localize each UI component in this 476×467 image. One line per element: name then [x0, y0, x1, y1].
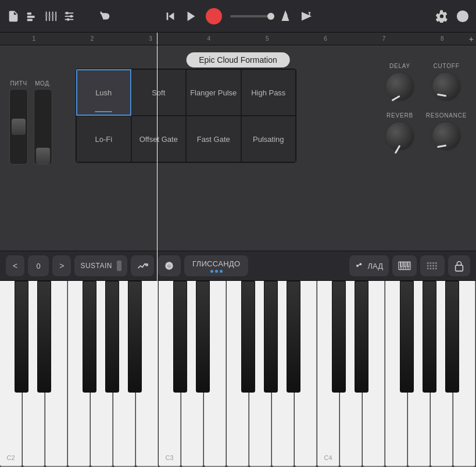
metronome-icon[interactable]: [279, 10, 292, 23]
tracks-icon[interactable]: [26, 10, 38, 23]
svg-rect-9: [52, 13, 54, 15]
ruler-mark-4: 4: [180, 35, 238, 42]
toolbar-center-section: [164, 8, 313, 24]
tempo-icon[interactable]: [300, 10, 313, 23]
svg-rect-5: [52, 11, 53, 21]
sustain-button[interactable]: SUSTAIN: [74, 255, 127, 276]
piano-keyboard[interactable]: C2C3C4: [0, 281, 476, 467]
pad-pulsating[interactable]: Pulsating: [241, 116, 296, 162]
pad-fast-gate[interactable]: Fast Gate: [186, 116, 241, 162]
left-sliders: ПИТЧ МОД.: [9, 80, 52, 165]
ruler-mark-3: 3: [121, 35, 180, 42]
main-content-area: Epic Cloud Formation ПИТЧ МОД. Lush Soft…: [0, 45, 476, 467]
pad-lo-fi[interactable]: Lo-Fi: [76, 116, 131, 162]
ruler-mark-8: 8: [413, 35, 471, 42]
reverb-knob-group: REVERB: [380, 112, 420, 151]
pitch-thumb: [12, 119, 26, 135]
svg-rect-7: [45, 14, 48, 16]
arpeggio-button[interactable]: [131, 255, 154, 276]
black-key[interactable]: [287, 281, 300, 393]
svg-rect-8: [48, 16, 51, 18]
black-key[interactable]: [241, 281, 255, 393]
reverb-label: REVERB: [386, 112, 413, 119]
play-button[interactable]: [185, 10, 198, 23]
black-key[interactable]: [332, 281, 345, 393]
svg-rect-3: [46, 11, 47, 21]
piano-note-label: C4: [324, 454, 332, 461]
black-key[interactable]: [423, 281, 436, 393]
pad-flanger-pulse[interactable]: Flanger Pulse: [186, 69, 241, 116]
mod-slider-group: МОД.: [34, 80, 52, 165]
undo-icon[interactable]: [99, 10, 112, 23]
cutoff-knob[interactable]: [431, 72, 461, 102]
svg-point-48: [430, 265, 431, 266]
black-key[interactable]: [105, 281, 119, 393]
scale-button[interactable]: ЛАД: [349, 255, 389, 276]
pad-offset-gate[interactable]: Offset Gate: [131, 116, 187, 162]
svg-rect-42: [407, 262, 409, 266]
svg-rect-0: [27, 12, 31, 15]
glissando-button[interactable]: ГЛИССАНДО: [184, 255, 248, 276]
rewind-button[interactable]: [164, 10, 177, 23]
svg-point-49: [432, 265, 434, 266]
reverb-knob[interactable]: [385, 121, 415, 151]
svg-marker-17: [169, 12, 174, 20]
volume-slider[interactable]: [230, 15, 271, 17]
svg-rect-10: [55, 15, 57, 17]
mod-label: МОД.: [35, 80, 51, 87]
right-knobs: DELAY CUTOFF REVERB RESONANCE: [380, 63, 467, 151]
keyboard-button[interactable]: [392, 255, 417, 276]
svg-point-52: [430, 268, 431, 269]
svg-rect-18: [166, 12, 168, 20]
octave-up-button[interactable]: >: [52, 255, 71, 276]
black-key[interactable]: [445, 281, 459, 393]
cutoff-knob-group: CUTOFF: [426, 63, 467, 102]
settings-sliders-icon[interactable]: [63, 10, 76, 23]
black-key[interactable]: [173, 281, 187, 393]
ruler-mark-7: 7: [355, 35, 413, 42]
toolbar-right-section: [435, 10, 469, 23]
black-key[interactable]: [15, 281, 28, 393]
instrument-name-badge[interactable]: Epic Cloud Formation: [186, 52, 290, 67]
ruler-mark-6: 6: [296, 35, 355, 42]
ruler-marks: 1 2 3 4 5 6 7 8: [5, 35, 471, 42]
pad-lush[interactable]: Lush: [76, 69, 131, 116]
screen-lock-button[interactable]: [448, 255, 470, 276]
ruler-add-button[interactable]: +: [469, 34, 474, 44]
main-toolbar: [0, 0, 476, 33]
pad-soft[interactable]: Soft: [131, 69, 187, 116]
project-settings-icon[interactable]: [435, 10, 448, 23]
svg-rect-2: [27, 19, 33, 21]
ruler-mark-5: 5: [238, 35, 296, 42]
bottom-toolbar: < 0 > SUSTAIN ☺ ГЛИССАНДО: [0, 251, 476, 281]
pad-grid: Lush Soft Flanger Pulse High Pass Lo-Fi …: [76, 69, 296, 163]
svg-point-45: [432, 262, 434, 264]
chord-strip-button[interactable]: [420, 255, 445, 276]
new-document-icon[interactable]: [7, 10, 20, 23]
black-key[interactable]: [196, 281, 209, 393]
delay-knob[interactable]: [385, 72, 415, 102]
pad-high-pass[interactable]: High Pass: [241, 69, 296, 116]
mixer-icon[interactable]: [44, 10, 57, 23]
svg-point-54: [435, 268, 437, 269]
chord-button[interactable]: ☺: [158, 255, 181, 276]
octave-down-button[interactable]: <: [6, 255, 24, 276]
black-key[interactable]: [37, 281, 51, 393]
piano-note-label: C2: [6, 454, 15, 461]
pitch-slider[interactable]: [9, 89, 28, 165]
help-icon[interactable]: [456, 10, 469, 23]
pitch-slider-group: ПИТЧ: [9, 80, 28, 165]
black-key[interactable]: [400, 281, 413, 393]
mod-slider[interactable]: [34, 89, 52, 165]
svg-point-47: [427, 265, 429, 266]
resonance-knob[interactable]: [431, 121, 461, 151]
svg-point-51: [427, 268, 429, 269]
pitch-label: ПИТЧ: [10, 80, 27, 87]
black-key[interactable]: [83, 281, 96, 393]
playhead-ruler: [157, 33, 158, 45]
black-key[interactable]: [355, 281, 368, 393]
black-key[interactable]: [128, 281, 141, 393]
black-key[interactable]: [264, 281, 277, 393]
svg-marker-19: [187, 11, 195, 21]
record-button[interactable]: [206, 8, 222, 24]
